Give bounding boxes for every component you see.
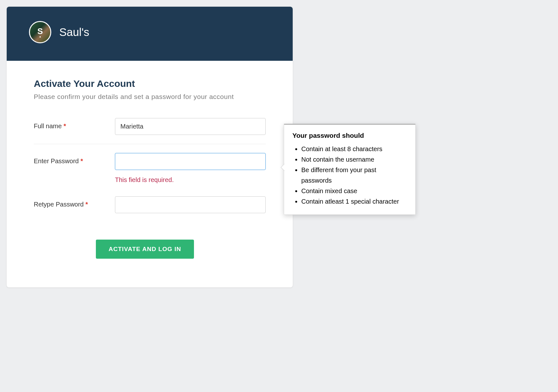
tooltip-item: Not contain the username bbox=[301, 154, 407, 165]
retype-password-input[interactable] bbox=[115, 196, 266, 213]
full-name-label: Full name * bbox=[34, 118, 109, 130]
brand-title: Saul's bbox=[59, 26, 89, 38]
retype-password-label: Retype Password * bbox=[34, 196, 109, 208]
tooltip-requirements-list: Contain at least 8 characters Not contai… bbox=[292, 144, 407, 207]
required-indicator-icon: * bbox=[85, 201, 88, 208]
tooltip-item: Be different from your past passwords bbox=[301, 165, 407, 186]
full-name-row: Full name * bbox=[34, 118, 266, 144]
brand-logo-dot-icon bbox=[39, 36, 41, 38]
brand-logo: S bbox=[29, 21, 51, 43]
enter-password-input[interactable] bbox=[115, 153, 266, 170]
tooltip-item: Contain mixed case bbox=[301, 186, 407, 196]
retype-password-row: Retype Password * bbox=[34, 196, 266, 222]
full-name-input[interactable] bbox=[115, 118, 266, 135]
tooltip-arrow-icon bbox=[281, 164, 284, 171]
enter-password-label: Enter Password * bbox=[34, 153, 109, 165]
account-activation-card: S Saul's Activate Your Account Please co… bbox=[6, 6, 293, 288]
page-title: Activate Your Account bbox=[34, 78, 266, 89]
activate-and-login-button[interactable]: ACTIVATE AND LOG IN bbox=[96, 240, 194, 259]
tooltip-title: Your password should bbox=[292, 132, 407, 139]
submit-button-wrap: ACTIVATE AND LOG IN bbox=[96, 240, 266, 259]
card-content: Activate Your Account Please confirm you… bbox=[7, 61, 293, 287]
enter-password-row: Enter Password * bbox=[34, 153, 266, 170]
password-requirements-tooltip: Your password should Contain at least 8 … bbox=[284, 124, 416, 215]
card-header: S Saul's bbox=[7, 7, 293, 61]
tooltip-item: Contain at least 8 characters bbox=[301, 144, 407, 154]
page-subtitle: Please confirm your details and set a pa… bbox=[34, 93, 266, 101]
brand-logo-letter: S bbox=[37, 27, 43, 35]
tooltip-item: Contain atleast 1 special character bbox=[301, 196, 407, 207]
required-indicator-icon: * bbox=[81, 158, 83, 164]
password-error-message: This field is required. bbox=[115, 176, 266, 184]
required-indicator-icon: * bbox=[63, 122, 66, 130]
